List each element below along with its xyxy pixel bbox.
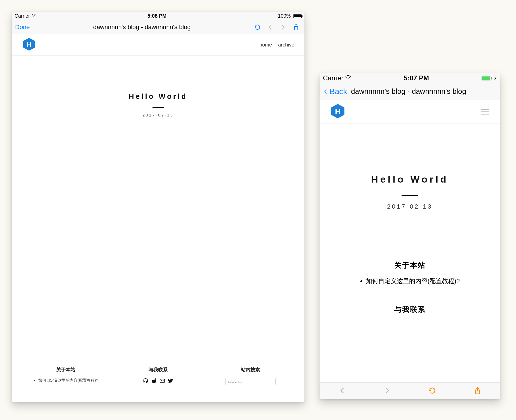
nav-forward-button[interactable] <box>278 24 288 31</box>
wifi-icon <box>32 13 36 19</box>
toolbar-refresh-button[interactable] <box>428 387 436 396</box>
post-title[interactable]: Hello World <box>129 92 187 101</box>
twitter-icon[interactable] <box>168 378 173 385</box>
ipad-webview: home archive Hello World 2017-02-13 关于本站… <box>12 34 304 402</box>
footer-about-heading: 关于本站 <box>56 367 75 373</box>
blog-main: Hello World 2017-02-13 <box>320 123 500 247</box>
blog-footer: 关于本站 如何自定义这里的内容(配置教程)? 与我联系 站内搜索 <box>12 355 304 388</box>
svg-marker-11 <box>429 390 431 391</box>
page-title-label: dawnnnnn's blog - dawnnnnn's blog <box>34 24 250 31</box>
ipad-safari-nav: Done dawnnnnn's blog - dawnnnnn's blog <box>12 20 304 34</box>
post-date: 2017-02-13 <box>387 203 433 210</box>
about-section: 关于本站 如何自定义这里的内容(配置教程)? <box>320 247 500 291</box>
page-title-label: dawnnnnn's blog - dawnnnnn's blog <box>350 87 497 96</box>
blog-header: home archive <box>12 34 304 56</box>
footer-about-column: 关于本站 如何自定义这里的内容(配置教程)? <box>22 367 109 383</box>
battery-icon <box>481 76 491 81</box>
title-underline <box>402 195 418 196</box>
iphone-webview: Hello World 2017-02-13 关于本站 如何自定义这里的内容(配… <box>320 100 500 382</box>
toolbar-forward-button[interactable] <box>383 387 391 396</box>
about-link[interactable]: 如何自定义这里的内容(配置教程)? <box>366 277 460 285</box>
iphone-status-bar: Carrier 5:07 PM ⚡︎ <box>320 73 500 83</box>
battery-percent-label: 100% <box>278 13 291 19</box>
toolbar-back-button[interactable] <box>338 387 346 396</box>
done-button[interactable]: Done <box>15 24 32 31</box>
about-heading: 关于本站 <box>328 260 492 270</box>
post-date: 2017-02-13 <box>142 113 174 117</box>
title-underline <box>153 107 164 108</box>
mail-icon[interactable] <box>160 378 165 385</box>
blog-nav: home archive <box>259 42 294 48</box>
toolbar-share-button[interactable] <box>473 387 481 396</box>
site-logo-icon[interactable] <box>330 103 346 120</box>
post-title[interactable]: Hello World <box>371 174 448 185</box>
blog-header <box>320 100 500 123</box>
contact-heading: 与我联系 <box>328 305 492 314</box>
carrier-label: Carrier <box>15 13 30 19</box>
nav-back-button[interactable] <box>265 24 275 31</box>
github-icon[interactable] <box>143 378 148 385</box>
site-logo-icon[interactable] <box>22 37 36 53</box>
share-button[interactable] <box>291 24 301 31</box>
clock-label: 5:07 PM <box>404 74 429 82</box>
ipad-device-frame: Carrier 5:08 PM 100% Done dawnnnnn's blo… <box>12 12 304 402</box>
iphone-bottom-toolbar <box>320 382 500 399</box>
charging-icon: ⚡︎ <box>494 76 497 81</box>
carrier-label: Carrier <box>323 74 343 82</box>
back-button[interactable]: Back <box>323 87 347 96</box>
hamburger-menu-icon[interactable] <box>480 108 490 116</box>
wifi-icon <box>345 74 351 82</box>
footer-contact-heading: 与我联系 <box>149 367 168 373</box>
footer-search-column: 站内搜索 <box>207 367 294 385</box>
battery-icon <box>293 14 302 18</box>
contact-section: 与我联系 <box>320 291 500 321</box>
footer-about-link[interactable]: 如何自定义这里的内容(配置教程)? <box>38 378 98 383</box>
clock-label: 5:08 PM <box>147 13 166 19</box>
nav-link-archive[interactable]: archive <box>278 42 294 48</box>
ipad-status-bar: Carrier 5:08 PM 100% <box>12 12 304 20</box>
footer-contact-column: 与我联系 <box>115 367 201 385</box>
search-input[interactable] <box>225 378 276 385</box>
blog-main: Hello World 2017-02-13 <box>12 56 304 355</box>
weibo-icon[interactable] <box>151 378 157 385</box>
footer-search-heading: 站内搜索 <box>241 367 260 373</box>
iphone-device-frame: Carrier 5:07 PM ⚡︎ Back dawnnnnn's blog … <box>320 73 500 399</box>
refresh-button[interactable] <box>252 24 262 31</box>
footer-copyright <box>12 388 304 402</box>
nav-link-home[interactable]: home <box>259 42 272 48</box>
iphone-safari-nav: Back dawnnnnn's blog - dawnnnnn's blog <box>320 83 500 100</box>
